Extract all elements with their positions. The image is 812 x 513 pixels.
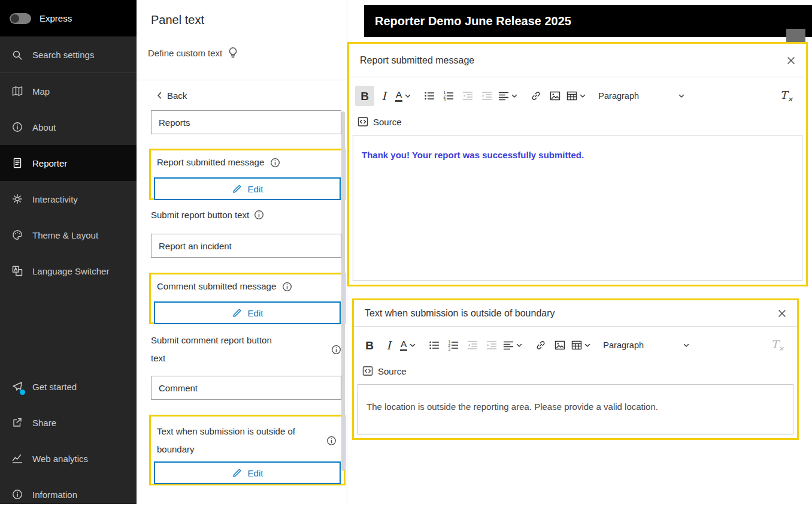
toggle-knob xyxy=(11,14,19,23)
text-align-button[interactable] xyxy=(501,335,524,355)
sidebar-item-interactivity[interactable]: Interactivity xyxy=(0,181,137,217)
paragraph-style-dropdown[interactable]: Paragraph xyxy=(596,91,687,101)
edit-boundary-text-button[interactable]: Edit xyxy=(154,461,341,484)
notification-badge xyxy=(20,390,25,395)
chevron-down-icon xyxy=(678,94,684,98)
report-document-icon xyxy=(12,158,23,168)
sidebar-item-label: Search settings xyxy=(32,50,94,60)
numbered-list-button[interactable]: 123 xyxy=(444,335,463,355)
express-toggle[interactable] xyxy=(10,13,31,24)
paper-plane-icon xyxy=(12,381,23,392)
font-color-button[interactable]: A xyxy=(398,335,417,355)
map-icon xyxy=(12,86,23,96)
sidebar-item-language-switcher[interactable]: Language Switcher xyxy=(0,253,137,289)
sidebar-item-search-settings[interactable]: Search settings xyxy=(0,37,137,73)
info-icon xyxy=(12,489,23,500)
gear-icon xyxy=(12,194,23,204)
dialog-header: Text when submission is outside of bound… xyxy=(354,300,797,327)
close-icon[interactable] xyxy=(787,56,795,65)
back-button[interactable]: Back xyxy=(157,90,187,101)
field-label: Report submitted message xyxy=(157,156,264,168)
sidebar-item-reporter[interactable]: Reporter xyxy=(0,145,137,181)
table-button[interactable] xyxy=(565,86,587,106)
rich-text-editor-area[interactable]: The location is outside the reporting ar… xyxy=(357,384,793,434)
sidebar-item-information[interactable]: Information xyxy=(0,476,137,504)
rich-text-editor-area[interactable]: Thank you! Your report was successfully … xyxy=(353,135,802,281)
svg-text:3: 3 xyxy=(444,98,446,101)
panel-scrollbar[interactable] xyxy=(341,111,345,471)
link-button[interactable] xyxy=(531,335,550,355)
table-button[interactable] xyxy=(569,335,592,355)
bulleted-list-button[interactable] xyxy=(420,86,439,106)
info-icon[interactable] xyxy=(270,158,280,168)
palette-icon xyxy=(12,230,23,240)
sidebar-item-web-analytics[interactable]: Web analytics xyxy=(0,440,137,476)
edit-comment-submitted-button[interactable]: Edit xyxy=(154,301,341,324)
submit-comment-button-text-input[interactable] xyxy=(151,376,341,400)
submit-report-button-text-input[interactable] xyxy=(151,234,341,258)
bold-button[interactable]: B xyxy=(360,335,379,355)
sidebar-item-label: Theme & Layout xyxy=(32,230,98,240)
boundary-label-row: Text when submission is outside of bound… xyxy=(151,417,344,458)
editor-message-text: The location is outside the reporting ar… xyxy=(366,402,658,412)
font-color-button[interactable]: A xyxy=(393,86,413,106)
svg-text:3: 3 xyxy=(449,347,451,351)
paragraph-style-dropdown[interactable]: Paragraph xyxy=(601,340,692,350)
reports-input[interactable] xyxy=(151,110,341,134)
sidebar-item-label: Information xyxy=(32,490,77,500)
info-icon[interactable] xyxy=(331,345,341,355)
bulleted-list-button[interactable] xyxy=(425,335,444,355)
sidebar-item-about[interactable]: About xyxy=(0,109,137,145)
close-icon[interactable] xyxy=(778,309,786,318)
editor-toolbar: B I A 123 Paragraph xyxy=(354,327,797,358)
numbered-list-button[interactable]: 123 xyxy=(439,86,458,106)
sidebar-item-get-started[interactable]: Get started xyxy=(0,369,137,405)
line-chart-icon xyxy=(12,453,23,464)
remove-format-button[interactable]: T✕ xyxy=(771,338,784,353)
report-submitted-label-row: Report submitted message xyxy=(151,150,344,168)
source-label: Source xyxy=(378,366,407,376)
sidebar-item-label: Get started xyxy=(32,382,77,392)
sidebar-item-label: About xyxy=(32,122,56,132)
submit-comment-label-row: Submit comment report button text xyxy=(151,331,341,367)
outdent-button[interactable] xyxy=(463,335,482,355)
settings-sidebar: Express Search settings Map About Report… xyxy=(0,0,137,504)
highlight-boundary-text-group: Text when submission is outside of bound… xyxy=(149,415,346,485)
italic-button[interactable]: I xyxy=(379,335,398,355)
link-button[interactable] xyxy=(526,86,546,106)
pencil-icon xyxy=(232,468,242,478)
sidebar-item-share[interactable]: Share xyxy=(0,405,137,440)
sidebar-item-theme-layout[interactable]: Theme & Layout xyxy=(0,217,137,253)
bold-button[interactable]: B xyxy=(355,86,374,106)
indent-button[interactable] xyxy=(482,335,501,355)
info-icon[interactable] xyxy=(254,210,264,220)
info-icon[interactable] xyxy=(326,436,337,446)
indent-button[interactable] xyxy=(477,86,496,106)
source-button[interactable]: Source xyxy=(362,366,407,376)
info-icon[interactable] xyxy=(282,282,292,292)
source-code-icon xyxy=(357,116,368,127)
chevron-down-icon xyxy=(683,343,689,348)
field-label: Text when submission is outside of bound… xyxy=(157,423,301,458)
italic-button[interactable]: I xyxy=(374,86,393,106)
report-submitted-dialog: Report submitted message B I A 123 xyxy=(347,42,808,286)
image-button[interactable] xyxy=(546,86,565,106)
sidebar-item-label: Web analytics xyxy=(32,454,88,464)
app-preview: Reporter Demo June Release 2025 Report s… xyxy=(347,0,812,504)
sidebar-item-label: Interactivity xyxy=(32,194,78,204)
edit-report-submitted-button[interactable]: Edit xyxy=(154,177,341,200)
search-icon xyxy=(12,50,23,61)
edit-label: Edit xyxy=(248,468,263,478)
dialog-header: Report submitted message xyxy=(349,44,806,77)
sidebar-item-label: Language Switcher xyxy=(32,266,109,276)
text-align-button[interactable] xyxy=(496,86,519,106)
image-button[interactable] xyxy=(550,335,569,355)
sidebar-item-map[interactable]: Map xyxy=(0,73,137,109)
editor-message-text: Thank you! Your report was successfully … xyxy=(362,150,584,160)
sidebar-item-label: Share xyxy=(32,418,56,428)
outdent-button[interactable] xyxy=(458,86,477,106)
source-button[interactable]: Source xyxy=(357,116,402,127)
panel-text-settings: Panel text Define custom text Back Repor… xyxy=(137,0,347,504)
paragraph-style-value: Paragraph xyxy=(603,340,644,350)
remove-format-button[interactable]: T✕ xyxy=(780,89,793,104)
